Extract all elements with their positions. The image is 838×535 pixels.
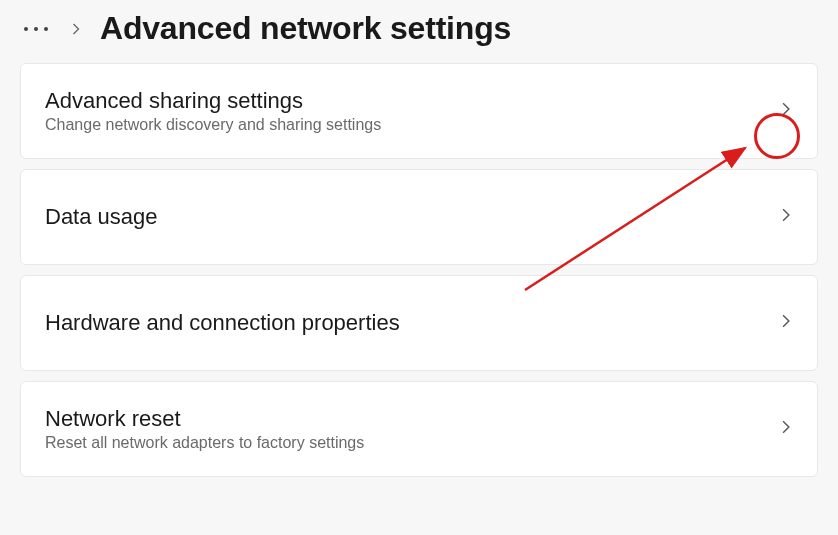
chevron-right-icon [779,102,793,120]
breadcrumb-header: Advanced network settings [0,0,838,63]
card-hardware-properties[interactable]: Hardware and connection properties [20,275,818,371]
chevron-right-icon [779,420,793,438]
card-data-usage[interactable]: Data usage [20,169,818,265]
more-icon[interactable] [20,23,52,35]
breadcrumb-chevron-icon [70,23,82,35]
card-title: Network reset [45,406,364,432]
card-title: Data usage [45,204,158,230]
card-subtitle: Change network discovery and sharing set… [45,116,381,134]
card-subtitle: Reset all network adapters to factory se… [45,434,364,452]
chevron-right-icon [779,314,793,332]
settings-list: Advanced sharing settings Change network… [0,63,838,493]
card-advanced-sharing[interactable]: Advanced sharing settings Change network… [20,63,818,159]
card-title: Advanced sharing settings [45,88,381,114]
page-title: Advanced network settings [100,10,511,47]
card-title: Hardware and connection properties [45,310,400,336]
card-network-reset[interactable]: Network reset Reset all network adapters… [20,381,818,477]
chevron-right-icon [779,208,793,226]
